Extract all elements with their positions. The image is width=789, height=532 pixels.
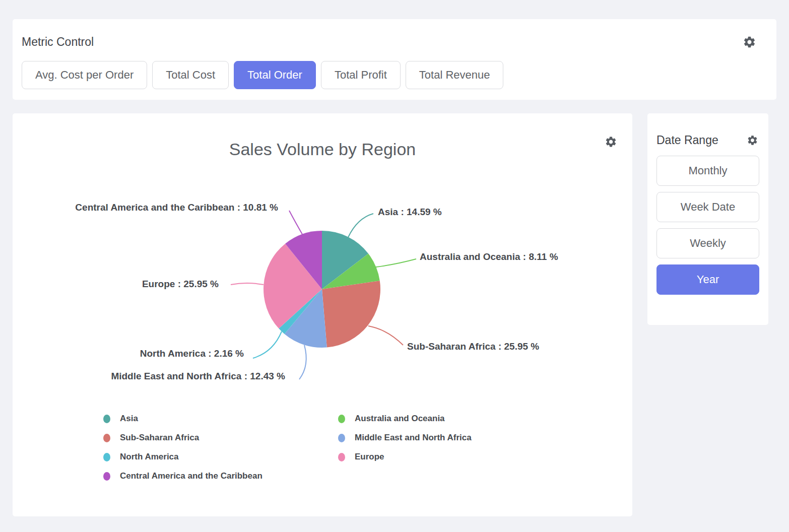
legend-item-middle-east-and-north-africa[interactable]: Middle East and North Africa (338, 433, 472, 443)
sales-chart-panel: Sales Volume by Region Asia : 14.59 %Aus… (13, 113, 632, 516)
legend-item-asia[interactable]: Asia (103, 414, 138, 424)
pie-label-middle-east-and-north-africa: Middle East and North Africa : 12.43 % (111, 371, 285, 382)
legend-item-australia-and-oceania[interactable]: Australia and Oceania (338, 414, 445, 424)
pie-leader-line (348, 214, 373, 237)
legend-item-europe[interactable]: Europe (338, 452, 384, 462)
legend-label: Australia and Oceania (355, 414, 445, 424)
pie-leader-line (231, 283, 264, 285)
legend-swatch-icon (103, 434, 110, 442)
legend-swatch-icon (338, 453, 345, 461)
pie-label-central-america-and-the-caribbean: Central America and the Caribbean : 10.8… (75, 202, 278, 213)
legend-item-sub-saharan-africa[interactable]: Sub-Saharan Africa (103, 433, 199, 443)
pie-chart: Asia : 14.59 %Australia and Oceania : 8.… (13, 113, 632, 516)
legend-label: Central America and the Caribbean (120, 471, 262, 481)
pie-label-north-america: North America : 2.16 % (140, 348, 244, 359)
date-range-button-monthly[interactable]: Monthly (656, 156, 759, 186)
pie-leader-line (376, 259, 416, 267)
metric-button-total-order[interactable]: Total Order (234, 61, 316, 89)
metric-button-total-revenue[interactable]: Total Revenue (406, 61, 504, 89)
legend-swatch-icon (103, 415, 110, 423)
metric-button-total-cost[interactable]: Total Cost (152, 61, 229, 89)
pie-leader-line (299, 345, 306, 379)
metric-button-avg-cost-per-order[interactable]: Avg. Cost per Order (22, 61, 147, 89)
pie-leader-line (289, 211, 302, 234)
pie-label-europe: Europe : 25.95 % (142, 279, 219, 290)
gear-icon (747, 135, 758, 146)
metric-button-group: Avg. Cost per OrderTotal CostTotal Order… (22, 61, 503, 89)
date-range-button-week-date[interactable]: Week Date (656, 192, 759, 222)
date-range-panel: Date Range MonthlyWeek DateWeeklyYear (647, 113, 768, 325)
legend-label: Asia (120, 414, 138, 424)
metric-control-panel: Metric Control Avg. Cost per OrderTotal … (13, 19, 776, 100)
legend-swatch-icon (338, 415, 345, 423)
metric-button-total-profit[interactable]: Total Profit (321, 61, 401, 89)
pie-label-sub-saharan-africa: Sub-Saharan Africa : 25.95 % (407, 341, 539, 352)
legend-swatch-icon (103, 453, 110, 461)
date-range-title: Date Range (656, 134, 718, 147)
date-range-button-weekly[interactable]: Weekly (656, 228, 759, 258)
legend-item-central-america-and-the-caribbean[interactable]: Central America and the Caribbean (103, 471, 262, 481)
legend-swatch-icon (338, 434, 345, 442)
pie-leader-line (253, 331, 282, 358)
pie-slice-sub-saharan-africa[interactable] (322, 281, 380, 347)
pie-label-asia: Asia : 14.59 % (378, 207, 442, 218)
legend-label: Europe (355, 452, 384, 462)
legend-label: North America (120, 452, 179, 462)
metric-settings-gear-icon[interactable] (743, 35, 756, 49)
date-range-button-year[interactable]: Year (656, 264, 759, 295)
metric-control-title: Metric Control (22, 35, 94, 49)
legend-label: Middle East and North Africa (355, 433, 472, 443)
pie-leader-line (368, 326, 403, 345)
date-range-button-group: MonthlyWeek DateWeeklyYear (656, 156, 759, 295)
legend-swatch-icon (103, 472, 110, 481)
legend-label: Sub-Saharan Africa (120, 433, 199, 443)
legend-item-north-america[interactable]: North America (103, 452, 179, 462)
pie-label-australia-and-oceania: Australia and Oceania : 8.11 % (420, 251, 558, 262)
gear-icon (743, 35, 756, 49)
date-settings-gear-icon[interactable] (747, 135, 758, 146)
